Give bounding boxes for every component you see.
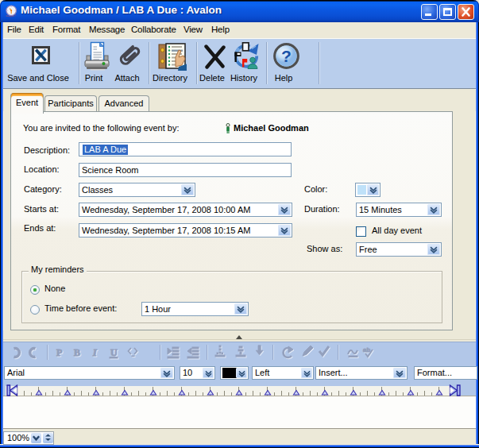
svg-text:?: ? (281, 47, 292, 65)
